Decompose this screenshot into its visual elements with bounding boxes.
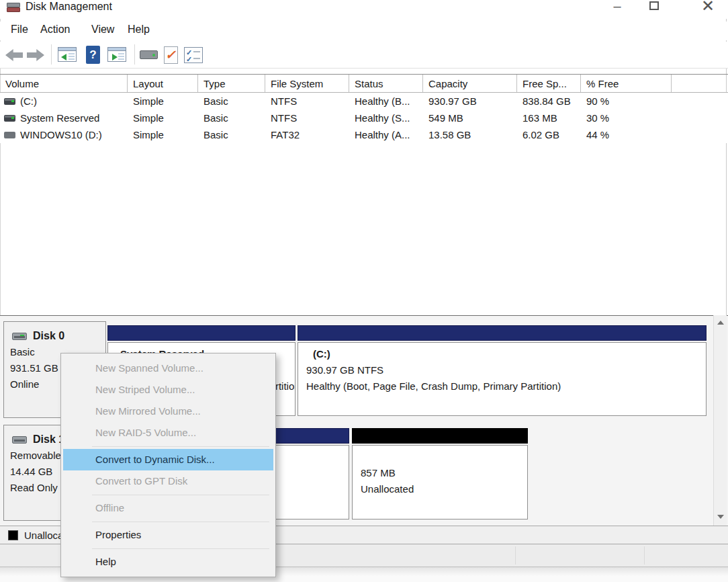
volume-list: Volume Layout Type File System Status Ca… <box>0 74 728 143</box>
partition-size: 857 MB <box>361 466 527 482</box>
cell-type: Basic <box>198 129 265 140</box>
scroll-up-icon[interactable] <box>717 321 724 325</box>
menu-item-convert-to-dynamic-disk[interactable]: Convert to Dynamic Disk... <box>63 449 273 470</box>
menu-item-help[interactable]: Help <box>63 551 273 573</box>
partition-unallocated[interactable]: 857 MB Unallocated <box>352 445 528 519</box>
cell-capacity: 930.97 GB <box>423 95 517 107</box>
column-header-empty <box>672 75 728 92</box>
forward-arrow-icon[interactable] <box>27 49 44 61</box>
table-row[interactable]: WINDOWS10 (D:) Simple Basic FAT32 Health… <box>0 126 728 143</box>
cell-type: Basic <box>198 95 265 107</box>
partition-color-strip <box>352 428 528 444</box>
column-header-status[interactable]: Status <box>349 75 423 92</box>
scroll-down-icon[interactable] <box>717 515 724 519</box>
console-tree-icon[interactable] <box>58 47 77 62</box>
device-icon[interactable] <box>140 50 158 59</box>
toolbar: ? ✓ ✓✓ <box>0 42 728 69</box>
toolbar-separator <box>51 44 52 65</box>
volume-name: (C:) <box>20 95 37 107</box>
menu-item-properties[interactable]: Properties <box>63 524 273 546</box>
cell-status: Healthy (B... <box>349 95 423 107</box>
maximize-button[interactable] <box>649 1 659 10</box>
column-header-type[interactable]: Type <box>198 75 265 92</box>
menu-item-new-spanned-volume[interactable]: New Spanned Volume... <box>63 358 273 379</box>
minimize-button[interactable]: – <box>608 0 627 13</box>
cell-file-system: NTFS <box>265 112 349 124</box>
volume-icon <box>4 132 15 138</box>
cell-capacity: 13.58 GB <box>423 129 517 140</box>
column-header-capacity[interactable]: Capacity <box>423 75 517 92</box>
back-arrow-icon[interactable] <box>5 49 23 61</box>
toolbar-separator <box>134 44 135 65</box>
disk-icon <box>12 333 27 340</box>
table-row[interactable]: (C:) Simple Basic NTFS Healthy (B... 930… <box>0 93 728 110</box>
cell-free-space: 838.84 GB <box>517 95 581 107</box>
volume-list-header: Volume Layout Type File System Status Ca… <box>0 74 728 93</box>
menu-action[interactable]: Action <box>40 24 70 36</box>
disk1-status: Read Only <box>10 482 58 493</box>
menu-separator <box>92 548 269 549</box>
cell-file-system: NTFS <box>265 95 349 107</box>
window-title: Disk Management <box>26 1 112 13</box>
partition-color-strip <box>298 325 707 341</box>
cell-capacity: 549 MB <box>423 112 517 124</box>
partition-status: Unallocated <box>361 482 527 498</box>
cell-percent-free: 90 % <box>581 95 672 107</box>
checklist-icon[interactable]: ✓✓ <box>184 47 203 63</box>
menu-item-new-striped-volume[interactable]: New Striped Volume... <box>63 379 273 401</box>
menu-item-new-mirrored-volume[interactable]: New Mirrored Volume... <box>63 401 273 422</box>
menu-item-convert-to-gpt-disk[interactable]: Convert to GPT Disk <box>63 470 273 492</box>
vertical-scrollbar[interactable] <box>713 315 727 526</box>
volume-name: System Reserved <box>20 112 99 124</box>
cell-status: Healthy (A... <box>349 129 423 140</box>
cell-file-system: FAT32 <box>265 129 349 140</box>
column-header-file-system[interactable]: File System <box>265 75 349 92</box>
partition-title <box>361 450 527 466</box>
cell-free-space: 6.02 GB <box>517 129 581 140</box>
volume-icon <box>4 98 15 105</box>
title-bar: Disk Management – ✕ <box>0 0 728 19</box>
disk-management-app-icon <box>7 3 20 13</box>
column-header-volume[interactable]: Volume <box>0 75 128 92</box>
partition-title: (C:) <box>306 347 706 363</box>
menu-separator <box>92 522 269 522</box>
legend-swatch <box>8 530 18 540</box>
cell-layout: Simple <box>128 112 198 124</box>
action-pane-icon[interactable] <box>107 47 126 62</box>
menu-help[interactable]: Help <box>128 24 150 36</box>
cell-percent-free: 44 % <box>581 129 672 140</box>
table-row[interactable]: System Reserved Simple Basic NTFS Health… <box>0 110 728 126</box>
close-button[interactable]: ✕ <box>698 0 717 14</box>
verify-document-icon[interactable]: ✓ <box>164 46 178 64</box>
column-header-layout[interactable]: Layout <box>128 75 198 92</box>
menu-view[interactable]: View <box>91 24 114 36</box>
partition-c-drive[interactable]: (C:) 930.97 GB NTFS Healthy (Boot, Page … <box>298 342 707 416</box>
menu-item-new-raid5-volume[interactable]: New RAID-5 Volume... <box>63 422 273 444</box>
column-header-percent-free[interactable]: % Free <box>581 75 672 92</box>
disk1-size: 14.44 GB <box>10 466 52 477</box>
cell-percent-free: 30 % <box>581 112 672 124</box>
volume-name: WINDOWS10 (D:) <box>20 129 102 140</box>
disk-icon <box>12 436 27 444</box>
disk-context-menu: New Spanned Volume... New Striped Volume… <box>60 353 276 577</box>
cell-layout: Simple <box>128 95 198 107</box>
cell-layout: Simple <box>128 129 198 140</box>
menu-separator <box>92 446 269 447</box>
disk0-status: Online <box>10 378 39 390</box>
menu-file[interactable]: File <box>11 24 28 36</box>
menu-item-offline[interactable]: Offline <box>63 497 273 519</box>
menu-bar: File Action View Help <box>0 22 728 40</box>
cell-status: Healthy (S... <box>349 112 423 124</box>
cell-free-space: 163 MB <box>517 112 581 124</box>
column-header-free-space[interactable]: Free Sp... <box>517 75 581 92</box>
disk-management-window: Disk Management – ✕ File Action View Hel… <box>0 0 728 582</box>
partition-status: Healthy (Boot, Page File, Crash Dump, Pr… <box>306 379 706 395</box>
help-icon[interactable]: ? <box>86 46 100 64</box>
disk1-type: Removable <box>10 450 61 461</box>
menu-separator <box>92 495 269 495</box>
cell-type: Basic <box>198 112 265 124</box>
disk0-type: Basic <box>10 346 35 358</box>
disk0-name: Disk 0 <box>33 330 64 342</box>
partition-size: 930.97 GB NTFS <box>306 363 706 379</box>
disk0-size: 931.51 GB <box>10 362 58 374</box>
